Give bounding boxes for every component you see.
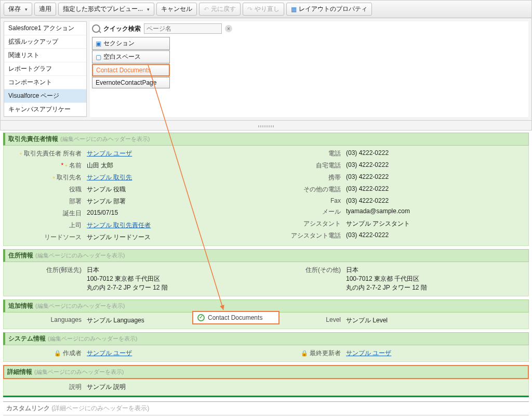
field-label: 部署 — [9, 197, 82, 206]
field-row[interactable]: * ◦ 名前山田 太郎 — [7, 160, 266, 172]
field-label: 電話 — [268, 149, 341, 158]
section-title: 追加情報 — [8, 302, 33, 309]
palette-item-evernote[interactable]: EvernoteContactPage — [92, 77, 170, 88]
lookup-link[interactable]: サンプル ユーザ — [87, 349, 132, 357]
undo-icon: ↶ — [204, 6, 209, 13]
properties-icon: ▦ — [291, 6, 297, 13]
field-value: サンプル 取引先責任者 — [87, 221, 264, 230]
apply-button[interactable]: 適用 — [34, 3, 56, 16]
field-value: (03) 4222-0222 — [346, 173, 523, 182]
section-address[interactable]: 住所情報(編集ページにのみヘッダーを表示) 住所(郵送先)日本100-7012 … — [3, 249, 529, 296]
field-value: サンプル ユーザ — [87, 349, 264, 358]
page-layout-canvas: 取引先責任者情報(編集ページにのみヘッダーを表示) ◦ 取引先責任者 所有者サン… — [0, 131, 532, 417]
field-value: (03) 4222-0222 — [346, 185, 523, 194]
redo-button[interactable]: ↷やり直し — [243, 3, 284, 16]
clear-search-icon[interactable]: × — [225, 25, 232, 32]
field-row[interactable]: 自宅電話(03) 4222-0222 — [266, 160, 525, 172]
field-label: アシスタント — [268, 219, 341, 228]
field-value: 日本100-7012 東京都 千代田区丸の内 2-7-2 JP タワー 12 階 — [87, 266, 264, 292]
field-row[interactable]: リードソースサンプル リードソース — [7, 231, 266, 243]
field-row[interactable]: 役職サンプル 役職 — [7, 184, 266, 196]
palette-category[interactable]: 拡張ルックアップ — [4, 35, 86, 49]
field-label: 自宅電話 — [268, 161, 341, 170]
field-row[interactable]: ◦ 取引先名サンプル 取引先 — [7, 172, 266, 184]
section-hint: (編集ページにのみヘッダーを表示) — [48, 335, 137, 342]
quick-find-input[interactable] — [144, 23, 222, 34]
save-button[interactable]: 保存 — [4, 3, 32, 16]
palette-item-blank-space[interactable]: ▢空白スペース — [92, 50, 170, 63]
field-label: 🔒 作成者 — [9, 349, 82, 358]
section-contact-info[interactable]: 取引先責任者情報(編集ページにのみヘッダーを表示) ◦ 取引先責任者 所有者サン… — [3, 133, 529, 246]
section-detail[interactable]: 詳細情報(編集ページにのみヘッダーを表示) 説明サンプル 説明 — [3, 365, 529, 397]
readonly-icon: ◦ — [65, 162, 67, 169]
field-value: 2015/07/15 — [87, 209, 264, 218]
lock-icon: 🔒 — [54, 350, 61, 356]
field-row[interactable]: 携帯(03) 4222-0222 — [266, 172, 525, 184]
field-row[interactable]: アシスタント電話(03) 4222-0222 — [266, 230, 525, 242]
field-label: 上司 — [9, 221, 82, 230]
field-value: サンプル リードソース — [87, 233, 264, 242]
field-label: 誕生日 — [9, 209, 82, 218]
field-label: ◦ 取引先名 — [9, 173, 82, 182]
field-value: サンプル 取引先 — [87, 173, 264, 182]
field-row[interactable]: 電話(03) 4222-0222 — [266, 148, 525, 160]
palette-category-list: Salesforce1 アクション 拡張ルックアップ 関連リスト レポートグラフ… — [4, 21, 87, 117]
field-row[interactable]: 🔒 最終更新者サンプル ユーザ — [266, 347, 525, 359]
field-row[interactable]: その他の電話(03) 4222-0222 — [266, 184, 525, 196]
required-icon: * — [61, 162, 63, 169]
field-row[interactable]: ◦ 取引先責任者 所有者サンプル ユーザ — [7, 148, 266, 160]
field-label: * ◦ 名前 — [9, 161, 82, 170]
field-row[interactable]: 🔒 作成者サンプル ユーザ — [7, 347, 266, 359]
palette-category[interactable]: レポートグラフ — [4, 62, 86, 76]
layout-properties-button[interactable]: ▦レイアウトのプロパティ — [286, 3, 372, 16]
preview-as-button[interactable]: 指定した形式でプレビュー... — [58, 3, 154, 16]
field-label: リードソース — [9, 233, 82, 242]
field-value: (03) 4222-0222 — [346, 197, 523, 204]
field-row[interactable]: 上司サンプル 取引先責任者 — [7, 219, 266, 231]
field-value: サンプル ユーザ — [87, 149, 264, 158]
blank-space-icon: ▢ — [96, 54, 101, 61]
palette-category[interactable]: Visualforce ページ — [4, 89, 86, 103]
check-icon — [197, 314, 205, 321]
palette-item-contact-documents[interactable]: Contact Documents — [92, 64, 170, 76]
section-system[interactable]: システム情報(編集ページにのみヘッダーを表示) 🔒 作成者サンプル ユーザ🔒 最… — [3, 332, 529, 362]
undo-button[interactable]: ↶元に戻す — [199, 3, 241, 16]
lookup-link[interactable]: サンプル 取引先 — [87, 174, 132, 181]
drop-label: Contact Documents — [208, 314, 262, 321]
lookup-link[interactable]: サンプル ユーザ — [346, 349, 391, 357]
field-row[interactable]: 部署サンプル 部署 — [7, 196, 266, 207]
section-hint: (編集ページにのみヘッダーを表示) — [34, 369, 124, 375]
field-label: メール — [268, 207, 341, 216]
field-row[interactable]: 住所(その他)日本100-7012 東京都 千代田区丸の内 2-7-2 JP タ… — [266, 264, 525, 294]
palette-category[interactable]: コンポーネント — [4, 76, 86, 89]
section-title: 住所情報 — [8, 252, 33, 259]
field-value: 日本100-7012 東京都 千代田区丸の内 2-7-2 JP タワー 12 階 — [346, 266, 523, 292]
field-row[interactable]: Levelサンプル Level — [266, 315, 525, 327]
palette-category[interactable]: キャンバスアプリケー — [4, 103, 86, 116]
component-palette: Salesforce1 アクション 拡張ルックアップ 関連リスト レポートグラフ… — [1, 18, 531, 120]
lookup-link[interactable]: サンプル 取引先責任者 — [87, 221, 151, 229]
palette-item-section[interactable]: ▣セクション — [92, 37, 170, 50]
field-value: (03) 4222-0222 — [346, 231, 523, 240]
palette-resize-handle[interactable] — [1, 120, 531, 130]
field-row[interactable]: メールtyamada@sample.com — [266, 206, 525, 218]
palette-category[interactable]: Salesforce1 アクション — [4, 22, 86, 35]
field-row[interactable]: Fax(03) 4222-0222 — [266, 196, 525, 206]
field-row[interactable]: 説明サンプル 説明 — [7, 381, 266, 393]
field-value: (03) 4222-0222 — [346, 149, 523, 158]
palette-category[interactable]: 関連リスト — [4, 49, 86, 62]
drag-drop-target[interactable]: Contact Documents — [192, 311, 280, 324]
field-value: サンプル 部署 — [87, 197, 264, 206]
lookup-link[interactable]: サンプル ユーザ — [87, 150, 132, 157]
field-label: 説明 — [9, 383, 82, 392]
readonly-icon: ◦ — [20, 150, 22, 157]
field-value: (03) 4222-0222 — [346, 161, 523, 170]
field-label: 住所(その他) — [268, 266, 341, 292]
cancel-button[interactable]: キャンセル — [156, 3, 197, 16]
section-custom-links[interactable]: カスタムリンク (詳細ページにのみヘッダーを表示) — [3, 401, 529, 415]
field-row[interactable]: 住所(郵送先)日本100-7012 東京都 千代田区丸の内 2-7-2 JP タ… — [7, 264, 266, 294]
field-row[interactable]: アシスタントサンプル アシスタント — [266, 218, 525, 230]
field-label: 携帯 — [268, 173, 341, 182]
field-label: Languages — [9, 316, 82, 325]
field-row[interactable]: 誕生日2015/07/15 — [7, 207, 266, 219]
